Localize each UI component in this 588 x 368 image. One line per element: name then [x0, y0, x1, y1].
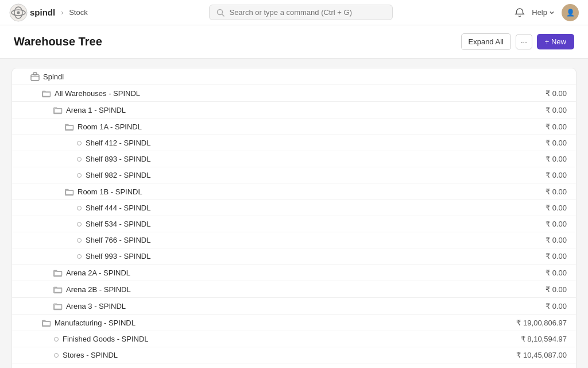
header-actions: Expand All ··· + New: [461, 33, 575, 50]
tree-row[interactable]: Manufacturing - SPINDL ₹ 19,00,806.97: [12, 315, 576, 331]
warehouse-tree: Spindl All Warehouses - SPINDL ₹ 0.00 Ar…: [11, 68, 577, 368]
logo-icon: [9, 3, 28, 22]
tree-row[interactable]: Shelf 993 - SPINDL ₹ 0.00: [12, 248, 576, 264]
tree-row[interactable]: Room 1B - SPINDL ₹ 0.00: [12, 183, 576, 200]
tree-value: ₹ 0.00: [546, 285, 567, 294]
tree-left: Shelf 893 - SPINDL: [21, 155, 150, 163]
tree-value: ₹ 0.00: [546, 122, 567, 131]
tree-label: Shelf 534 - SPINDL: [86, 220, 150, 228]
chevron-down-icon: [549, 10, 555, 16]
folder-icon: [53, 301, 63, 310]
avatar[interactable]: 👤: [562, 4, 579, 21]
tree-label: Stores - SPINDL: [63, 351, 118, 359]
svg-line-5: [222, 14, 225, 16]
tree-row[interactable]: Stores - SPINDL ₹ 10,45,087.00: [12, 347, 576, 363]
search-input[interactable]: [229, 8, 385, 17]
dot-icon: [77, 206, 82, 210]
svg-rect-15: [43, 321, 51, 326]
tree-value: ₹ 0.00: [546, 155, 567, 163]
svg-rect-14: [55, 305, 62, 309]
dot-icon: [77, 173, 82, 178]
tree-label: Shelf 412 - SPINDL: [86, 139, 150, 147]
tree-row[interactable]: Arena 3 - SPINDL ₹ 0.00: [12, 298, 576, 315]
tree-value: ₹ 0.00: [546, 236, 567, 244]
tree-row[interactable]: Shelf 444 - SPINDL ₹ 0.00: [12, 200, 576, 216]
tree-row[interactable]: Work In Progress - SPINDL ₹ 45,125.00: [12, 363, 576, 368]
svg-rect-13: [55, 288, 62, 293]
help-button[interactable]: Help: [532, 8, 555, 17]
search-box[interactable]: [209, 5, 393, 20]
tree-value: ₹ 0.00: [546, 171, 567, 179]
tree-label: Shelf 982 - SPINDL: [86, 171, 150, 179]
tree-left: Finished Goods - SPINDL: [21, 335, 149, 343]
logo-text: spindl: [30, 7, 55, 17]
tree-row[interactable]: Shelf 893 - SPINDL ₹ 0.00: [12, 151, 576, 167]
svg-rect-9: [55, 109, 62, 113]
tree-left: Arena 1 - SPINDL: [21, 105, 126, 114]
tree-left: Shelf 982 - SPINDL: [21, 171, 150, 179]
tree-left: Room 1B - SPINDL: [21, 187, 142, 196]
tree-row[interactable]: Room 1A - SPINDL ₹ 0.00: [12, 118, 576, 135]
tree-row[interactable]: Arena 2B - SPINDL ₹ 0.00: [12, 281, 576, 298]
tree-left: All Warehouses - SPINDL: [21, 89, 140, 98]
tree-row[interactable]: Arena 2A - SPINDL ₹ 0.00: [12, 264, 576, 281]
folder-icon: [53, 268, 63, 277]
folder-icon: [53, 105, 63, 114]
tree-row[interactable]: Spindl: [12, 68, 576, 85]
tree-row[interactable]: Arena 1 - SPINDL ₹ 0.00: [12, 102, 576, 118]
tree-row[interactable]: Finished Goods - SPINDL ₹ 8,10,594.97: [12, 331, 576, 347]
tree-label: Room 1A - SPINDL: [78, 122, 142, 131]
help-label: Help: [532, 8, 547, 17]
logo[interactable]: spindl: [9, 3, 55, 22]
dot-icon: [77, 157, 82, 162]
svg-point-3: [17, 11, 20, 14]
svg-rect-6: [31, 75, 39, 80]
tree-left: Shelf 534 - SPINDL: [21, 220, 150, 228]
tree-label: Shelf 993 - SPINDL: [86, 252, 150, 260]
breadcrumb-stock: Stock: [69, 8, 88, 17]
notifications-button[interactable]: [514, 7, 525, 18]
folder-icon: [42, 318, 51, 327]
tree-left: Shelf 412 - SPINDL: [21, 139, 150, 147]
expand-all-button[interactable]: Expand All: [461, 33, 511, 50]
tree-value: ₹ 0.00: [546, 220, 567, 228]
tree-left: Room 1A - SPINDL: [21, 122, 142, 131]
tree-left: Shelf 444 - SPINDL: [21, 204, 150, 212]
tree-value: ₹ 0.00: [546, 204, 567, 212]
tree-left: Shelf 766 - SPINDL: [21, 236, 150, 244]
new-button[interactable]: + New: [537, 34, 574, 49]
more-options-button[interactable]: ···: [516, 34, 532, 49]
breadcrumb-chevron: ›: [61, 9, 63, 17]
dot-icon: [54, 353, 59, 358]
tree-label: Arena 3 - SPINDL: [66, 302, 126, 310]
dot-icon: [77, 254, 82, 259]
tree-label: All Warehouses - SPINDL: [55, 89, 140, 98]
tree-left: Arena 3 - SPINDL: [21, 301, 126, 310]
tree-value: ₹ 10,45,087.00: [516, 351, 567, 359]
tree-value: ₹ 0.00: [546, 187, 567, 196]
dot-icon: [77, 222, 82, 227]
tree-label: Manufacturing - SPINDL: [55, 319, 136, 327]
tree-label: Spindl: [43, 72, 64, 81]
tree-label: Shelf 893 - SPINDL: [86, 155, 150, 163]
tree-row[interactable]: Shelf 534 - SPINDL ₹ 0.00: [12, 216, 576, 232]
tree-value: ₹ 0.00: [546, 269, 567, 277]
dot-icon: [77, 238, 82, 243]
tree-value: ₹ 0.00: [546, 89, 567, 98]
dot-icon: [77, 141, 82, 145]
avatar-initials: 👤: [566, 9, 575, 17]
tree-left: Shelf 993 - SPINDL: [21, 252, 150, 260]
tree-left: Arena 2B - SPINDL: [21, 285, 131, 294]
svg-rect-11: [66, 190, 74, 195]
tree-row[interactable]: Shelf 766 - SPINDL ₹ 0.00: [12, 232, 576, 248]
tree-label: Arena 2B - SPINDL: [66, 285, 131, 294]
tree-label: Room 1B - SPINDL: [78, 187, 142, 196]
tree-row[interactable]: Shelf 412 - SPINDL ₹ 0.00: [12, 135, 576, 151]
tree-row[interactable]: All Warehouses - SPINDL ₹ 0.00: [12, 85, 576, 102]
folder-icon: [42, 89, 51, 98]
svg-rect-12: [55, 271, 62, 276]
tree-row[interactable]: Shelf 982 - SPINDL ₹ 0.00: [12, 167, 576, 183]
svg-rect-10: [66, 125, 74, 130]
warehouse-icon: [30, 72, 40, 81]
search-icon: [216, 9, 225, 17]
